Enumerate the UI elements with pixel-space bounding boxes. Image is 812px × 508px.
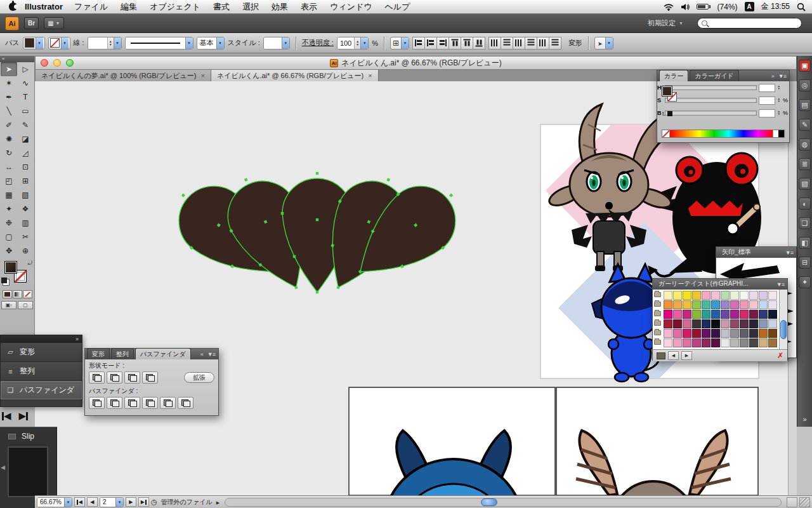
eyedropper-tool[interactable]: ✦ [1, 202, 17, 216]
screen-mode-button[interactable]: ▢ [18, 301, 33, 309]
collapse-arrow-icon[interactable] [1, 464, 5, 471]
swatch[interactable] [692, 338, 701, 347]
dropdown-arrow-icon[interactable] [401, 37, 409, 49]
rotate-tool[interactable]: ↻ [1, 146, 17, 160]
first-item-icon[interactable]: ◀ [2, 410, 11, 422]
swatch[interactable] [664, 291, 672, 300]
swatch[interactable] [730, 319, 739, 328]
brush-definition-control[interactable]: 基本 [197, 37, 225, 50]
swatch[interactable] [673, 300, 682, 309]
search-input[interactable] [710, 20, 797, 27]
next-artboard-button[interactable]: ▶ [126, 497, 136, 507]
stepper-icon[interactable] [354, 37, 360, 49]
style-control[interactable] [263, 37, 290, 50]
hand-tool[interactable]: ✥ [1, 244, 17, 258]
swatch[interactable] [711, 300, 720, 309]
opacity-label[interactable]: 不透明度 : [302, 38, 334, 48]
drawing-mode-button[interactable]: ▣▫ [1, 301, 16, 309]
color-button[interactable] [3, 290, 12, 298]
swatch[interactable] [740, 310, 749, 319]
rectangle-tool[interactable]: ▭ [17, 104, 34, 118]
merge-button[interactable] [124, 397, 140, 409]
panel-menu-icon[interactable] [785, 250, 793, 256]
delete-icon[interactable] [777, 351, 783, 360]
next-library-button[interactable]: ▶ [681, 351, 692, 360]
menu-item[interactable]: ヘルプ [379, 1, 417, 13]
scale-tool[interactable]: ◿ [17, 146, 34, 160]
swatch[interactable] [749, 319, 758, 328]
tab-color[interactable]: カラー [659, 70, 688, 81]
symbol-sprayer-tool[interactable]: ❉ [1, 216, 17, 230]
type-tool[interactable]: T [17, 90, 34, 104]
align-left-button[interactable] [412, 37, 425, 50]
magic-wand-tool[interactable]: ✶ [1, 76, 17, 90]
swatch[interactable] [683, 329, 691, 338]
swatch[interactable] [711, 310, 720, 319]
swatch[interactable] [721, 300, 730, 309]
dropdown-arrow-icon[interactable] [605, 37, 613, 49]
selected-petal-shapes[interactable] [159, 163, 475, 304]
preview-thumbnail[interactable] [8, 446, 48, 497]
zoom-control[interactable]: 66.67% [37, 497, 72, 507]
swatch[interactable] [702, 300, 710, 309]
layers-panel-icon[interactable]: ⊟ [799, 257, 811, 269]
dropdown-arrow-icon[interactable] [185, 37, 193, 49]
free-transform-tool[interactable]: ⊡ [17, 160, 34, 174]
swatch[interactable] [664, 329, 672, 338]
swatch[interactable] [759, 329, 768, 338]
swatch[interactable] [721, 291, 730, 300]
none-swatch-icon[interactable] [662, 130, 670, 137]
swatch-group-folder-icon[interactable] [654, 330, 661, 335]
menu-item[interactable]: ファイル [68, 1, 114, 13]
align-top-button[interactable] [449, 37, 461, 50]
fill-indicator[interactable] [4, 261, 17, 274]
none-button[interactable] [23, 290, 32, 298]
channel-slider[interactable] [665, 110, 757, 116]
swatch-group-folder-icon[interactable] [654, 292, 661, 297]
swatch[interactable] [721, 329, 730, 338]
swatch[interactable] [664, 338, 672, 347]
swatch[interactable] [749, 338, 758, 347]
swatch[interactable] [768, 338, 777, 347]
swatch[interactable] [768, 329, 777, 338]
align-bottom-button[interactable] [473, 37, 485, 50]
stroke-weight-control[interactable] [88, 37, 122, 50]
width-tool[interactable]: ↔ [1, 160, 17, 174]
zoom-tool[interactable]: ⊕ [17, 244, 34, 258]
swatch[interactable] [740, 300, 749, 309]
minus-front-button[interactable] [107, 371, 122, 384]
status-text[interactable]: 管理外のファイル [161, 498, 213, 507]
swatch[interactable] [749, 300, 758, 309]
panel-menu-icon[interactable] [776, 281, 784, 288]
expand-button[interactable]: 拡張 [184, 372, 214, 383]
fill-swatch[interactable] [25, 38, 34, 48]
swatch[interactable] [768, 310, 777, 319]
distribute-left-button[interactable] [525, 37, 537, 50]
swatch[interactable] [673, 291, 682, 300]
artboard-2[interactable] [349, 387, 555, 495]
stroke-panel-icon[interactable]: ≣ [799, 158, 811, 170]
exclude-button[interactable] [142, 371, 158, 384]
artboard-number[interactable]: 2 [100, 498, 115, 507]
panel-button-3[interactable]: ❏パスファインダ [1, 381, 82, 400]
swatch[interactable] [711, 338, 720, 347]
swatch[interactable] [683, 300, 691, 309]
arrows-panel-title[interactable]: 矢印_標準 [718, 246, 755, 258]
artboard-number-control[interactable]: 2 [100, 497, 124, 507]
swatch[interactable] [759, 338, 768, 347]
swatch-group-folder-icon[interactable] [654, 311, 661, 316]
panel-menu-icon[interactable] [778, 73, 786, 79]
align-center-button[interactable] [424, 37, 437, 50]
color-spectrum-bar[interactable] [662, 130, 785, 138]
shape-builder-tool[interactable]: ◰ [1, 174, 17, 188]
swatch[interactable] [730, 329, 739, 338]
swatch[interactable] [692, 310, 701, 319]
spotlight-icon[interactable] [797, 3, 806, 11]
align-middle-button[interactable] [461, 37, 473, 50]
dropdown-arrow-icon[interactable] [114, 37, 121, 49]
gradient-button[interactable] [13, 290, 22, 298]
perspective-grid-tool[interactable]: ⊞ [17, 174, 34, 188]
dropdown-arrow-icon[interactable] [282, 37, 289, 49]
stroke-dropdown-icon[interactable] [61, 37, 69, 49]
menubar-clock[interactable]: 金 13:55 [761, 1, 790, 12]
